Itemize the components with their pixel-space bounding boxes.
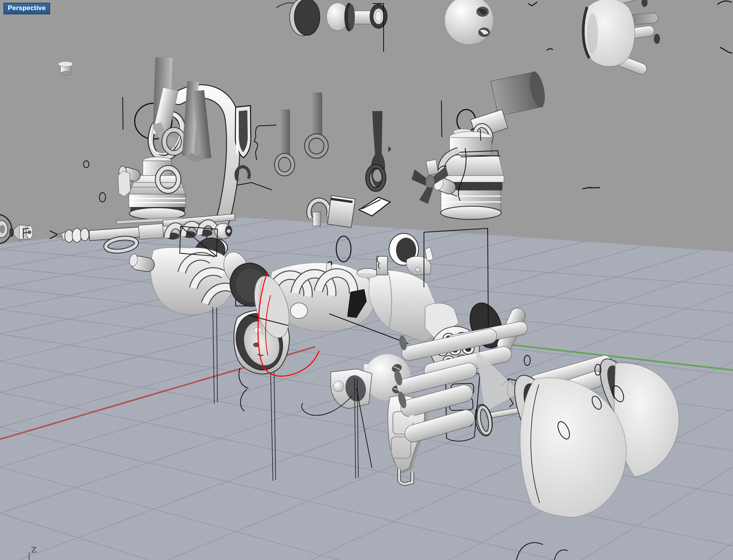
piston-bolt[interactable] <box>327 3 387 52</box>
hanging-strap-eyelet[interactable] <box>307 92 326 156</box>
wire-squiggle-curve[interactable] <box>254 125 276 160</box>
scene-canvas[interactable] <box>0 0 733 560</box>
pill-disc[interactable] <box>357 268 379 278</box>
wire-check-mark[interactable] <box>528 2 537 6</box>
claw-nozzle[interactable] <box>583 0 660 76</box>
viewport-title-label[interactable]: Perspective <box>3 3 50 14</box>
wire-chevron-mark[interactable] <box>50 231 57 239</box>
nozzle-stub[interactable] <box>9 224 33 241</box>
mini-bracket[interactable] <box>377 256 387 275</box>
ground-plane <box>0 120 733 560</box>
wire-corner-curve-1[interactable] <box>717 1 731 5</box>
wire-small-circle-1[interactable] <box>83 161 89 168</box>
cap-disc[interactable] <box>290 0 320 36</box>
clevis-fork[interactable] <box>235 106 251 158</box>
viewport-perspective[interactable]: Perspective z <box>0 0 733 560</box>
right-canister[interactable] <box>433 70 548 219</box>
dark-strap-eyelet[interactable] <box>371 111 391 189</box>
wire-tilde-mark[interactable] <box>547 49 553 50</box>
wire-small-circle-2[interactable] <box>99 193 106 202</box>
wireframe-cam-plate[interactable] <box>359 197 390 216</box>
sphere-with-ports[interactable] <box>445 0 493 45</box>
hanging-dark-tube[interactable] <box>276 110 293 174</box>
small-fleck <box>408 415 417 422</box>
z-axis-line <box>29 552 30 560</box>
wire-corner-curve-2[interactable] <box>720 47 732 53</box>
wire-dash-mark[interactable] <box>582 187 600 189</box>
raygun-floating-bracket[interactable] <box>309 196 355 228</box>
edge-ring-part[interactable] <box>0 214 12 244</box>
wire-top-lines[interactable] <box>237 183 272 190</box>
z-axis-label: z <box>31 543 36 555</box>
small-knob[interactable] <box>58 61 73 75</box>
